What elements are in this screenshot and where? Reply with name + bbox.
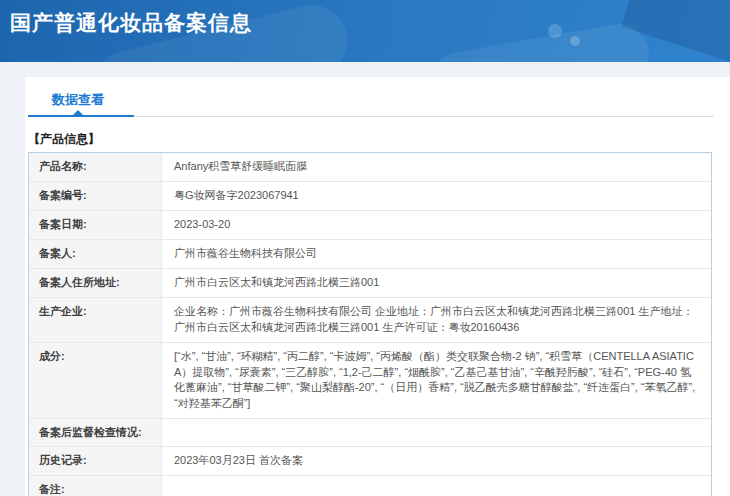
row-label: 备案人住所地址: xyxy=(29,269,162,297)
row-value: 企业名称：广州市薇谷生物科技有限公司 企业地址：广州市白云区太和镇龙河西路北横三… xyxy=(162,298,711,342)
table-row: 生产企业: 企业名称：广州市薇谷生物科技有限公司 企业地址：广州市白云区太和镇龙… xyxy=(29,298,711,343)
table-row: 备注: xyxy=(29,476,711,496)
row-value: Anfany积雪草舒缓睡眠面膜 xyxy=(162,153,711,181)
table-row: 历史记录: 2023年03月23日 首次备案 xyxy=(29,447,711,476)
row-value: 2023年03月23日 首次备案 xyxy=(162,447,711,475)
page-header: 国产普通化妆品备案信息 xyxy=(0,0,730,62)
table-row: 备案编号: 粤G妆网备字2023067941 xyxy=(29,182,711,211)
tab-bar: 数据查看 xyxy=(28,90,714,117)
row-value xyxy=(162,419,711,446)
row-value: 广州市白云区太和镇龙河西路北横三路001 xyxy=(162,269,711,297)
active-tab-indicator xyxy=(28,115,134,117)
content-panel: 数据查看 【产品信息】 产品名称: Anfany积雪草舒缓睡眠面膜 备案编号: … xyxy=(25,77,730,496)
page-title: 国产普通化妆品备案信息 xyxy=(0,0,730,37)
table-row: 产品名称: Anfany积雪草舒缓睡眠面膜 xyxy=(29,153,711,182)
row-label: 备案编号: xyxy=(29,182,162,210)
row-value: 2023-03-20 xyxy=(162,211,711,239)
product-info-table: 产品名称: Anfany积雪草舒缓睡眠面膜 备案编号: 粤G妆网备字202306… xyxy=(28,152,712,496)
row-label: 产品名称: xyxy=(29,153,162,181)
row-value: 粤G妆网备字2023067941 xyxy=(162,182,711,210)
tab-data-view[interactable]: 数据查看 xyxy=(52,91,104,109)
row-label: 成分: xyxy=(29,343,162,419)
row-label: 生产企业: xyxy=(29,298,162,342)
row-label: 备案人: xyxy=(29,240,162,268)
row-label: 备案日期: xyxy=(29,211,162,239)
product-info-section-title: 【产品信息】 xyxy=(28,131,730,148)
header-decoration xyxy=(570,36,580,46)
table-row: 备案人: 广州市薇谷生物科技有限公司 xyxy=(29,240,711,269)
row-label: 备注: xyxy=(29,476,162,496)
row-label: 历史记录: xyxy=(29,447,162,475)
row-value: 广州市薇谷生物科技有限公司 xyxy=(162,240,711,268)
table-row: 备案日期: 2023-03-20 xyxy=(29,211,711,240)
row-label: 备案后监督检查情况: xyxy=(29,419,162,446)
table-row: 成分: [“水”, “甘油”, “环糊精”, “丙二醇”, “卡波姆”, “丙烯… xyxy=(29,343,711,420)
table-row: 备案后监督检查情况: xyxy=(29,419,711,447)
row-value xyxy=(162,476,711,496)
row-value: [“水”, “甘油”, “环糊精”, “丙二醇”, “卡波姆”, “丙烯酸（酯）… xyxy=(162,343,711,419)
active-tab-caret-icon xyxy=(73,110,83,115)
table-row: 备案人住所地址: 广州市白云区太和镇龙河西路北横三路001 xyxy=(29,269,711,298)
